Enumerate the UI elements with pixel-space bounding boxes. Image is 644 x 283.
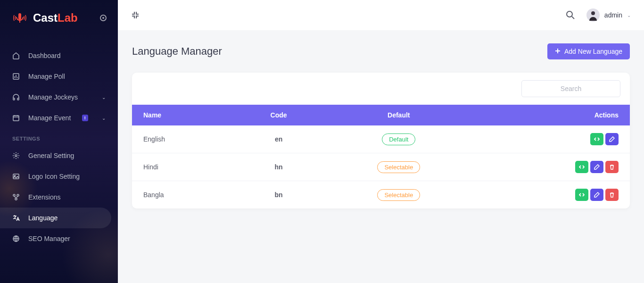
table-row: BanglabnSelectable [132, 181, 630, 209]
th-actions: Actions [474, 105, 630, 125]
svg-point-22 [567, 11, 572, 17]
cell-name: Hindi [132, 153, 234, 181]
table-row: EnglishenDefault [132, 125, 630, 153]
svg-rect-6 [13, 98, 15, 100]
main: admin ⌄ Language Manager Add New Languag… [118, 0, 644, 283]
sidebar-item-label: SEO Manager [28, 235, 70, 242]
code-icon [579, 192, 585, 198]
svg-point-17 [15, 198, 17, 200]
table-row: HindihnSelectable [132, 153, 630, 181]
edit-button[interactable] [590, 161, 603, 173]
svg-line-19 [17, 196, 17, 199]
sidebar-item-manage-poll[interactable]: Manage Poll [0, 66, 118, 87]
user-menu[interactable]: admin ⌄ [586, 8, 631, 22]
cell-actions [474, 125, 630, 153]
logo-text: CastLab [33, 11, 78, 25]
sidebar-item-label: Manage Poll [28, 73, 65, 80]
cell-actions [474, 181, 630, 209]
sidebar-item-label: Dashboard [28, 52, 61, 59]
circle-icon[interactable] [100, 15, 107, 21]
search-icon[interactable] [566, 10, 575, 20]
svg-point-12 [15, 155, 17, 157]
card: Name Code Default Actions EnglishenDefau… [132, 73, 630, 208]
nodes-icon [12, 193, 20, 201]
page-header: Language Manager Add New Language [132, 43, 630, 59]
sidebar-item-language[interactable]: Language [0, 208, 111, 228]
username: admin [604, 11, 622, 19]
code-button[interactable] [590, 133, 603, 145]
status-badge: Default [382, 133, 415, 145]
poll-icon [12, 73, 20, 80]
code-icon [594, 136, 600, 142]
cell-code: bn [234, 181, 324, 209]
sidebar-item-extensions[interactable]: Extensions [0, 187, 118, 208]
language-table: Name Code Default Actions EnglishenDefau… [132, 105, 630, 208]
logo-icon [11, 9, 28, 26]
chevron-down-icon: ⌄ [102, 95, 106, 100]
svg-line-23 [572, 17, 574, 19]
logo[interactable]: CastLab [0, 0, 118, 36]
sidebar-item-logo-icon-setting[interactable]: Logo Icon Setting [0, 166, 118, 187]
code-icon [579, 164, 585, 170]
avatar [586, 8, 600, 22]
calendar-icon [12, 114, 20, 122]
sidebar-item-manage-event[interactable]: Manage Event ! ⌄ [0, 108, 118, 128]
cell-name: English [132, 125, 234, 153]
sidebar-item-dashboard[interactable]: Dashboard [0, 45, 118, 66]
cell-name: Bangla [132, 181, 234, 209]
gear-icon [12, 152, 20, 159]
svg-rect-0 [18, 13, 21, 20]
svg-rect-8 [13, 116, 19, 121]
headphones-icon [12, 93, 20, 101]
th-code: Code [234, 105, 324, 125]
home-icon [12, 52, 20, 59]
cell-default: Default [323, 125, 474, 153]
th-name: Name [132, 105, 234, 125]
sidebar-item-label: Manage Event [28, 114, 71, 122]
sidebar-item-label: Logo Icon Setting [28, 173, 80, 180]
add-button-label: Add New Language [564, 48, 622, 55]
sidebar-item-label: Extensions [28, 193, 60, 201]
sidebar-item-manage-jockeys[interactable]: Manage Jockeys ⌄ [0, 87, 118, 108]
status-badge: Selectable [377, 161, 420, 173]
image-icon [12, 173, 20, 180]
chevron-down-icon: ⌄ [102, 116, 106, 121]
cell-actions [474, 153, 630, 181]
edit-button[interactable] [605, 133, 619, 145]
plus-icon [555, 48, 561, 55]
page-title: Language Manager [132, 45, 222, 58]
th-default: Default [323, 105, 474, 125]
search-input[interactable] [521, 80, 620, 97]
svg-rect-7 [17, 98, 19, 100]
sidebar-item-label: Manage Jockeys [28, 93, 78, 101]
code-button[interactable] [575, 161, 588, 173]
collapse-icon[interactable] [131, 11, 140, 19]
svg-line-18 [15, 196, 16, 199]
globe-icon [12, 235, 20, 242]
delete-button[interactable] [605, 161, 619, 173]
sidebar-item-seo-manager[interactable]: SEO Manager [0, 228, 118, 249]
cell-default: Selectable [323, 181, 474, 209]
chevron-down-icon: ⌄ [627, 13, 631, 18]
delete-button[interactable] [605, 189, 619, 201]
nav-section-settings: SETTINGS [0, 128, 118, 145]
cell-default: Selectable [323, 153, 474, 181]
add-new-language-button[interactable]: Add New Language [547, 43, 630, 59]
sidebar-item-general-setting[interactable]: General Setting [0, 145, 118, 166]
cell-code: en [234, 125, 324, 153]
edit-button[interactable] [590, 189, 603, 201]
nav-badge: ! [82, 115, 88, 121]
sidebar-item-label: Language [28, 214, 58, 222]
nav: Dashboard Manage Poll Manage Jockeys ⌄ M… [0, 36, 118, 258]
content: Language Manager Add New Language Name C… [118, 30, 644, 222]
translate-icon [12, 214, 20, 222]
code-button[interactable] [575, 189, 588, 201]
sidebar-item-label: General Setting [28, 152, 74, 159]
sidebar: CastLab Dashboard Manage Poll Manage Joc… [0, 0, 118, 283]
cell-code: hn [234, 153, 324, 181]
status-badge: Selectable [377, 189, 420, 201]
header: admin ⌄ [118, 0, 644, 30]
